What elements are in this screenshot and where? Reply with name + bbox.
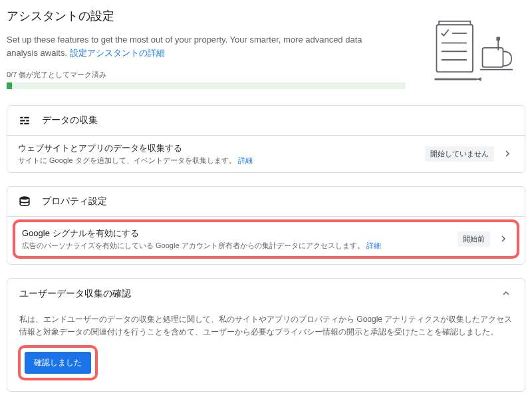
- google-signals-desc: 広告のパーソナライズを有効にしている Google アカウント所有者からの集計デ…: [22, 241, 451, 251]
- collect-data-status: 開始していません: [425, 146, 494, 162]
- svg-rect-16: [24, 123, 29, 124]
- svg-point-17: [20, 196, 29, 200]
- database-icon: [18, 195, 31, 208]
- intro-text: Set up these features to get the most ou…: [7, 33, 379, 59]
- user-data-ack-card: ユーザーデータ収集の確認 私は、エンドユーザーのデータの収集と処理に関して、私の…: [7, 278, 525, 392]
- property-settings-card: プロパティ設定 Google シグナルを有効にする 広告のパーソナライズを有効に…: [7, 186, 525, 265]
- highlight-google-signals: Google シグナルを有効にする 広告のパーソナライズを有効にしている Goo…: [13, 219, 519, 259]
- svg-rect-12: [24, 117, 29, 118]
- intro-link[interactable]: 設定アシスタントの詳細: [70, 48, 165, 58]
- collect-data-row[interactable]: ウェブサイトとアプリのデータを収集する サイトに Google タグを追加して、…: [7, 136, 525, 172]
- user-data-ack-title: ユーザーデータ収集の確認: [19, 288, 131, 300]
- progress-fill: [7, 82, 12, 89]
- svg-rect-13: [20, 120, 25, 121]
- google-signals-title: Google シグナルを有効にする: [22, 227, 451, 239]
- svg-rect-8: [496, 37, 499, 40]
- user-data-ack-header[interactable]: ユーザーデータ収集の確認: [7, 279, 525, 309]
- data-collection-card: データの収集 ウェブサイトとアプリのデータを収集する サイトに Google タ…: [7, 105, 525, 173]
- collect-data-title: ウェブサイトとアプリのデータを収集する: [18, 142, 418, 154]
- highlight-confirm-button: 確認しました: [18, 345, 98, 380]
- svg-rect-15: [20, 123, 23, 124]
- data-collection-title: データの収集: [42, 114, 98, 126]
- chevron-right-icon: [497, 233, 510, 245]
- svg-rect-0: [436, 25, 473, 72]
- google-signals-desc-text: 広告のパーソナライズを有効にしている Google アカウント所有者からの集計デ…: [22, 241, 366, 249]
- stream-icon: [18, 114, 31, 127]
- svg-rect-14: [26, 120, 29, 121]
- google-signals-detail-link[interactable]: 詳細: [366, 241, 381, 249]
- data-collection-header: データの収集: [7, 106, 525, 136]
- chevron-up-icon: [499, 289, 513, 299]
- collect-data-desc: サイトに Google タグを追加して、イベントデータを収集します。 詳細: [18, 156, 418, 166]
- intro-plain: Set up these features to get the most ou…: [7, 35, 362, 58]
- chevron-right-icon: [501, 148, 514, 160]
- svg-rect-5: [483, 48, 503, 67]
- progress-bar: [7, 82, 406, 89]
- property-settings-header: プロパティ設定: [7, 187, 525, 217]
- user-data-ack-body: 私は、エンドユーザーのデータの収集と処理に関して、私のサイトやアプリのプロパティ…: [7, 309, 525, 339]
- google-signals-status: 開始前: [458, 231, 490, 247]
- google-signals-row[interactable]: Google シグナルを有効にする 広告のパーソナライズを有効にしている Goo…: [15, 222, 517, 256]
- svg-marker-10: [476, 77, 481, 80]
- svg-rect-11: [20, 117, 23, 118]
- collect-data-detail-link[interactable]: 詳細: [238, 156, 253, 164]
- confirm-button[interactable]: 確認しました: [25, 352, 91, 374]
- collect-data-desc-text: サイトに Google タグを追加して、イベントデータを収集します。: [18, 156, 238, 164]
- checklist-illustration: [423, 20, 523, 86]
- property-settings-title: プロパティ設定: [42, 196, 107, 208]
